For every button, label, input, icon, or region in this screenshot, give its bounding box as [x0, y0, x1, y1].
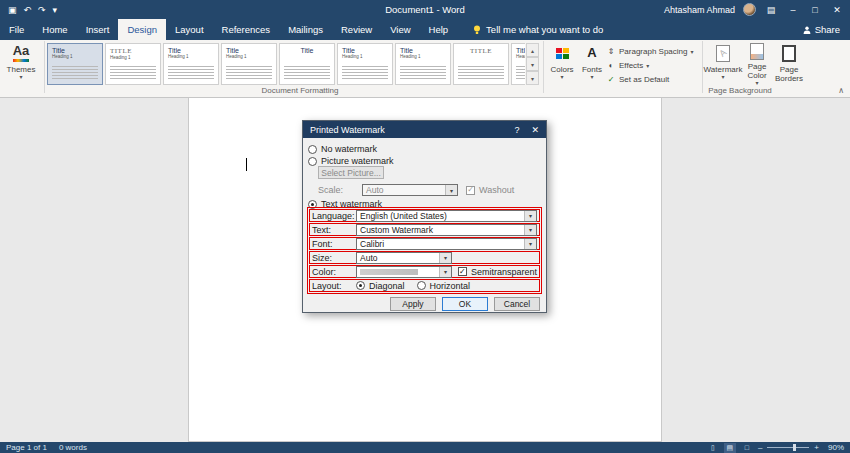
ok-button[interactable]: OK: [442, 297, 488, 311]
ribbon-display-options-icon[interactable]: ▤: [764, 5, 778, 15]
size-label: Size:: [312, 253, 356, 263]
share-button[interactable]: Share: [793, 19, 850, 40]
style-set-thumbnail[interactable]: Title: [279, 43, 335, 85]
size-dropdown[interactable]: Auto ▾: [356, 252, 452, 264]
zoom-slider[interactable]: [767, 447, 809, 448]
chevron-down-icon: ▾: [19, 74, 22, 81]
web-layout-icon[interactable]: □: [741, 443, 753, 453]
no-watermark-label: No watermark: [321, 144, 377, 154]
language-dropdown[interactable]: English (United States) ▾: [356, 210, 537, 222]
person-icon: [803, 26, 811, 34]
text-row: Text: Custom Watermark ▾: [309, 223, 540, 236]
colors-button[interactable]: Colors ▾: [546, 40, 578, 85]
maximize-icon[interactable]: □: [808, 5, 822, 15]
page-color-label: Page Color: [741, 62, 773, 80]
word-count[interactable]: 0 words: [59, 443, 87, 452]
page-indicator[interactable]: Page 1 of 1: [6, 443, 47, 452]
radio-no-watermark[interactable]: [308, 145, 317, 154]
zoom-slider-thumb[interactable]: [793, 444, 796, 451]
themes-icon: Aa: [13, 44, 30, 62]
zoom-level[interactable]: 90%: [824, 443, 844, 452]
font-dropdown[interactable]: Calibri ▾: [356, 238, 537, 250]
radio-horizontal[interactable]: [417, 281, 426, 290]
text-dropdown[interactable]: Custom Watermark ▾: [356, 224, 537, 236]
radio-diagonal[interactable]: [356, 281, 365, 290]
zoom-in-icon[interactable]: +: [814, 443, 819, 452]
tab-layout[interactable]: Layout: [166, 19, 213, 40]
cancel-button[interactable]: Cancel: [494, 297, 540, 311]
style-set-thumbnail[interactable]: TITLE Heading 1: [105, 43, 161, 85]
watermark-icon: A: [716, 45, 730, 62]
scale-dropdown[interactable]: Auto ▾: [362, 184, 458, 196]
radio-picture-watermark[interactable]: [308, 157, 317, 166]
semitransparent-checkbox[interactable]: ✓: [458, 267, 467, 276]
avatar[interactable]: [743, 3, 756, 16]
gallery-scroll-up-icon[interactable]: ▴: [526, 43, 539, 57]
chevron-down-icon: ▾: [524, 211, 536, 221]
tell-me-box[interactable]: Tell me what you want to do: [473, 19, 603, 40]
tab-home[interactable]: Home: [33, 19, 76, 40]
dialog-title-bar[interactable]: Printed Watermark ? ✕: [303, 121, 546, 138]
set-as-default-label: Set as Default: [619, 75, 669, 84]
close-icon[interactable]: ✕: [830, 5, 844, 15]
dialog-close-icon[interactable]: ✕: [531, 125, 539, 135]
style-set-thumbnail[interactable]: Title Heading 1: [221, 43, 277, 85]
tell-me-label: Tell me what you want to do: [486, 24, 603, 35]
no-watermark-option[interactable]: No watermark: [308, 143, 377, 155]
tab-help[interactable]: Help: [420, 19, 458, 40]
color-dropdown[interactable]: ▾: [356, 266, 452, 278]
printed-watermark-dialog: Printed Watermark ? ✕ No watermark Pictu…: [302, 120, 547, 313]
style-set-thumbnail[interactable]: Title Heading 1: [337, 43, 393, 85]
apply-button[interactable]: Apply: [390, 297, 436, 311]
tab-mailings[interactable]: Mailings: [279, 19, 332, 40]
read-mode-icon[interactable]: ▯: [707, 443, 719, 453]
tab-references[interactable]: References: [213, 19, 280, 40]
document-area: Printed Watermark ? ✕ No watermark Pictu…: [0, 98, 850, 442]
color-row: Color: ▾ ✓ Semitransparent: [309, 265, 540, 278]
dialog-help-icon[interactable]: ?: [514, 125, 519, 135]
style-set-thumbnail[interactable]: Title Heading 1: [395, 43, 451, 85]
page-color-button[interactable]: Page Color ▾: [741, 40, 773, 85]
fonts-button[interactable]: A Fonts ▾: [578, 40, 606, 85]
color-swatch: [360, 269, 418, 275]
redo-icon[interactable]: ↷: [38, 5, 46, 15]
set-as-default-button[interactable]: ✓ Set as Default: [606, 73, 700, 85]
page-borders-button[interactable]: Page Borders: [773, 40, 805, 85]
gallery-more-icon[interactable]: ▾: [526, 71, 539, 85]
text-cursor: [246, 158, 247, 171]
chevron-down-icon: ▾: [524, 239, 536, 249]
minimize-icon[interactable]: –: [786, 5, 800, 15]
tab-file[interactable]: File: [0, 19, 33, 40]
zoom-out-icon[interactable]: –: [758, 443, 762, 452]
print-layout-icon[interactable]: ▤: [724, 443, 736, 453]
paragraph-spacing-label: Paragraph Spacing: [619, 47, 688, 56]
style-set-thumbnail[interactable]: Title Heading 1: [511, 43, 525, 85]
style-set-thumbnail[interactable]: Title Heading 1: [163, 43, 219, 85]
style-set-thumbnail[interactable]: TITLE: [453, 43, 509, 85]
select-picture-button[interactable]: Select Picture...: [318, 166, 384, 179]
effects-icon: ◐: [606, 61, 616, 70]
style-set-gallery: Title Heading 1 TITLE Heading 1 Title He…: [47, 40, 541, 85]
scale-label: Scale:: [318, 185, 362, 195]
chevron-down-icon: ▾: [439, 253, 451, 263]
color-label: Color:: [312, 267, 356, 277]
collapse-ribbon-icon[interactable]: ∧: [838, 86, 844, 95]
gallery-scroll-down-icon[interactable]: ▾: [526, 57, 539, 71]
page-borders-icon: [782, 45, 796, 62]
undo-icon[interactable]: ↶: [24, 5, 32, 15]
size-row: Size: Auto ▾: [309, 251, 540, 264]
customize-qat-icon[interactable]: ▾: [53, 5, 58, 15]
tab-insert[interactable]: Insert: [77, 19, 119, 40]
user-name[interactable]: Ahtasham Ahmad: [664, 5, 735, 15]
effects-button[interactable]: ◐ Effects ▾: [606, 59, 700, 71]
colors-icon: [556, 48, 569, 59]
watermark-button[interactable]: A Watermark ▾: [705, 40, 741, 85]
tab-design[interactable]: Design: [118, 19, 166, 40]
style-set-thumbnail[interactable]: Title Heading 1: [47, 43, 103, 85]
washout-checkbox[interactable]: ✓: [466, 186, 475, 195]
paragraph-spacing-button[interactable]: ⇕ Paragraph Spacing ▾: [606, 45, 700, 57]
tab-view[interactable]: View: [381, 19, 419, 40]
save-icon[interactable]: ▣: [8, 5, 17, 15]
tab-review[interactable]: Review: [332, 19, 381, 40]
themes-button[interactable]: Aa Themes ▾: [0, 40, 42, 85]
